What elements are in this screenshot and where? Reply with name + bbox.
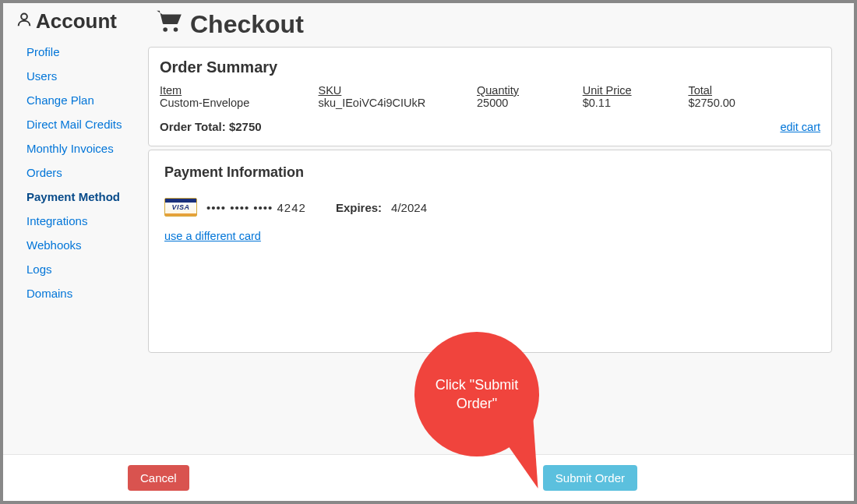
- sidebar-item-logs[interactable]: Logs: [16, 257, 143, 281]
- col-quantity: Quantity: [477, 84, 583, 97]
- cell-total: $2750.00: [688, 97, 820, 109]
- sidebar-item-profile[interactable]: Profile: [16, 40, 143, 64]
- sidebar-item-integrations[interactable]: Integrations: [16, 209, 143, 233]
- sidebar-item-webhooks[interactable]: Webhooks: [16, 233, 143, 257]
- expires-value: 4/2024: [391, 201, 427, 214]
- cart-icon: [156, 9, 182, 39]
- user-icon: [16, 9, 33, 33]
- payment-title: Payment Information: [164, 164, 816, 181]
- sidebar: Account Profile Users Change Plan Direct…: [3, 3, 143, 451]
- col-total: Total: [688, 84, 820, 97]
- order-table: Item SKU Quantity Unit Price Total Custo…: [160, 84, 820, 109]
- sidebar-title: Account: [16, 9, 143, 33]
- card-row: VISA •••• •••• •••• 4242 Expires: 4/2024: [164, 198, 816, 217]
- annotation-callout: Click "Submit Order": [414, 332, 539, 456]
- sidebar-title-text: Account: [36, 9, 117, 33]
- use-different-card-link[interactable]: use a different card: [164, 230, 261, 242]
- page-title: Checkout: [156, 9, 832, 39]
- svg-point-1: [163, 27, 168, 32]
- svg-point-2: [174, 27, 178, 32]
- cell-unit-price: $0.11: [583, 97, 689, 109]
- footer-bar: Cancel Submit Order: [3, 454, 854, 501]
- annotation-text: Click "Submit Order": [414, 375, 539, 414]
- expires-label: Expires:: [336, 201, 382, 214]
- order-summary-title: Order Summary: [160, 58, 820, 76]
- table-row: Custom-Envelope sku_IEoiVC4i9CIUkR 25000…: [160, 97, 820, 109]
- sidebar-item-payment-method[interactable]: Payment Method: [16, 185, 143, 209]
- page-title-text: Checkout: [190, 10, 304, 39]
- order-summary-card: Order Summary Item SKU Quantity Unit Pri…: [148, 47, 832, 146]
- sidebar-item-orders[interactable]: Orders: [16, 160, 143, 185]
- card-last4: •••• •••• •••• 4242: [206, 201, 306, 214]
- nav-list: Profile Users Change Plan Direct Mail Cr…: [16, 40, 143, 305]
- col-sku: SKU: [319, 84, 478, 97]
- svg-point-0: [21, 13, 27, 19]
- col-item: Item: [160, 84, 319, 97]
- sidebar-item-direct-mail-credits[interactable]: Direct Mail Credits: [16, 112, 143, 136]
- sidebar-item-domains[interactable]: Domains: [16, 281, 143, 305]
- col-unit-price: Unit Price: [583, 84, 689, 97]
- cancel-button[interactable]: Cancel: [128, 465, 189, 491]
- sidebar-item-users[interactable]: Users: [16, 64, 143, 88]
- cell-quantity: 25000: [477, 97, 583, 109]
- sidebar-item-monthly-invoices[interactable]: Monthly Invoices: [16, 136, 143, 160]
- payment-card: Payment Information VISA •••• •••• •••• …: [148, 150, 832, 353]
- visa-icon: VISA: [164, 198, 197, 217]
- edit-cart-link[interactable]: edit cart: [780, 121, 820, 133]
- cell-item: Custom-Envelope: [160, 97, 319, 109]
- cell-sku: sku_IEoiVC4i9CIUkR: [319, 97, 478, 109]
- order-total: Order Total: $2750: [160, 120, 262, 133]
- sidebar-item-change-plan[interactable]: Change Plan: [16, 88, 143, 112]
